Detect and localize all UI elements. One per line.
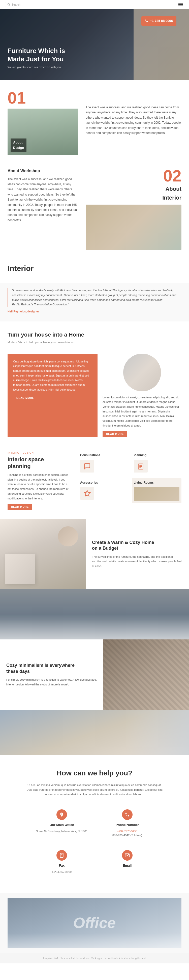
- search-bar[interactable]: [5, 2, 45, 7]
- email-card-title: Email: [101, 863, 154, 869]
- phone-card-line1: +234 7975-5453: [101, 829, 154, 834]
- orange-col-text: Cras dui hugiat pretium nibh ipsum conse…: [13, 359, 92, 392]
- star-icon: [84, 490, 91, 497]
- phone-card-title: Phone Number: [101, 822, 154, 828]
- cozy-title: Cozy minimalism is everywhere these days: [6, 663, 97, 675]
- chat-icon: [84, 463, 91, 470]
- interior-space-title: Interior space planning: [8, 456, 70, 469]
- section-01-text: The event was a success, and we realized…: [86, 105, 181, 135]
- section-01-right: The event was a success, and we realized…: [86, 90, 181, 155]
- fax-icon: [59, 853, 64, 858]
- header: [0, 0, 189, 9]
- section-02-image: [86, 205, 181, 250]
- accessories-icon: [80, 487, 94, 500]
- left-orange-col: Cras dui hugiat pretium nibh ipsum conse…: [8, 354, 98, 438]
- service-card-consultations: Consultations: [78, 451, 128, 474]
- testimonial-author: Neil Reynolds, designer: [8, 309, 181, 314]
- search-input[interactable]: [11, 3, 39, 6]
- minimalism-title: Create a Warm & Cozy Home on a Budget: [92, 539, 183, 552]
- phone-hero-icon: [145, 19, 149, 22]
- location-icon: [59, 812, 64, 817]
- house-subtitle: Modern Décor to help you achieve your dr…: [8, 340, 181, 345]
- hero-section: +1 785 88 9996 Furniture Which is Made J…: [0, 9, 189, 80]
- service-card-planning: Planning: [132, 451, 182, 474]
- section-02: About Workshop The event was a success, …: [0, 165, 189, 260]
- help-card-phone: Phone Number +234 7975-5453 888-925-4542…: [97, 805, 157, 841]
- workshop-title: About Workshop: [8, 168, 78, 174]
- house-section: Turn your house into a Home Modern Décor…: [0, 321, 189, 354]
- interior-space-read-more[interactable]: READ MORE: [8, 504, 32, 510]
- help-title: How can we help you?: [8, 768, 181, 779]
- hero-subtitle: We are glad to share our expertise with …: [8, 65, 65, 70]
- footer-note: Template No1. Click to select the next l…: [5, 956, 184, 960]
- svg-line-1: [9, 5, 10, 6]
- email-icon: [125, 853, 130, 858]
- right-col: Lorem ipsum dolor sit amet, consectetur …: [103, 354, 181, 438]
- interior-space-right: Consultations Planning Accessories Livin…: [78, 451, 181, 510]
- help-section: How can we help you? Ut arcu ad minima v…: [0, 755, 189, 893]
- phone-help-icon: [125, 812, 130, 817]
- orange-read-more-button[interactable]: Read More: [13, 395, 37, 401]
- location-icon-wrap: [56, 809, 67, 820]
- workshop-text: The event was a success, and we realized…: [8, 177, 78, 223]
- search-icon: [7, 3, 10, 6]
- planning-icon: [134, 460, 148, 473]
- clipboard-icon: [137, 463, 144, 470]
- office-card-address: Some Nr Broadway, In New York, Nr 1001: [35, 829, 88, 834]
- cozy-image: [103, 640, 189, 710]
- about-interior-labels: About Interior: [86, 185, 181, 202]
- interior-title: Interior: [8, 262, 181, 279]
- hero-title: Furniture Which is Made Just for You: [8, 47, 65, 63]
- house-title: Turn your house into a Home: [8, 330, 181, 339]
- interior-space-label: Interior Design: [8, 451, 70, 455]
- office-card-title: Our Main Office: [35, 822, 88, 828]
- phone-card-line2: 888-925-4542 (Toll-free): [101, 833, 154, 837]
- consultations-icon: [80, 460, 94, 473]
- about-label: About: [86, 185, 181, 193]
- office-label: Office: [73, 911, 116, 935]
- two-col-section: Cras dui hugiat pretium nibh ipsum conse…: [0, 354, 189, 446]
- fax-icon-wrap: [56, 850, 67, 861]
- about-design-label: About Design: [11, 138, 26, 152]
- office-section: Office: [0, 893, 189, 953]
- interior-space-text: Planning is a critical part of interior …: [8, 473, 70, 501]
- full-photo-bar: [0, 589, 189, 640]
- hero-phone-badge[interactable]: +1 785 88 9996: [141, 16, 176, 25]
- minimalism-text: The curved lines of the furniture, the s…: [92, 554, 183, 568]
- cozy-row: Cozy minimalism is everywhere these days…: [0, 640, 189, 710]
- cozy-text: For simply cozy minimalism is a reaction…: [6, 678, 97, 687]
- office-image: Office: [8, 898, 181, 948]
- consultations-label: Consultations: [80, 453, 126, 458]
- interior-space-section: Interior Design Interior space planning …: [0, 446, 189, 519]
- section-number-02: 02: [86, 168, 181, 184]
- help-card-fax: Fax 1-234-567-8999: [32, 846, 92, 878]
- testimonial-section: "I have known and worked closely with Ri…: [0, 283, 189, 321]
- fax-card-title: Fax: [35, 863, 88, 869]
- landscape-photo: [0, 710, 189, 755]
- living-rooms-label: Living Rooms: [134, 480, 180, 485]
- service-card-living-rooms: Living Rooms: [132, 478, 182, 503]
- hero-content: Furniture Which is Made Just for You We …: [8, 47, 65, 70]
- section-01-left: 01 About Design: [8, 90, 78, 155]
- minimalism-row: Create a Warm & Cozy Home on a Budget Th…: [0, 519, 189, 589]
- email-icon-wrap: [122, 850, 133, 861]
- hamburger-menu[interactable]: [178, 2, 184, 7]
- minimalism-content: Create a Warm & Cozy Home on a Budget Th…: [86, 519, 189, 589]
- interior-space-left: Interior Design Interior space planning …: [8, 451, 70, 510]
- planning-label: Planning: [134, 453, 180, 458]
- interior-label: Interior: [86, 193, 181, 202]
- section-number-01: 01: [8, 90, 78, 106]
- hero-phone-number: +1 785 88 9996: [150, 18, 173, 24]
- accessories-label: Accessories: [80, 480, 126, 485]
- about-design-image: About Design: [8, 108, 78, 155]
- section-02-right: 02 About Interior: [86, 168, 181, 250]
- cozy-content: Cozy minimalism is everywhere these days…: [0, 640, 103, 710]
- phone-icon-wrap: [122, 809, 133, 820]
- living-rooms-image: [134, 487, 180, 501]
- minimalism-image: [0, 519, 86, 589]
- help-card-email: Email: [97, 846, 157, 878]
- right-col-image: [123, 354, 161, 391]
- interior-heading: Interior: [0, 260, 189, 283]
- right-read-more-button[interactable]: READ MORE: [103, 431, 127, 437]
- about-workshop: About Workshop The event was a success, …: [8, 168, 78, 250]
